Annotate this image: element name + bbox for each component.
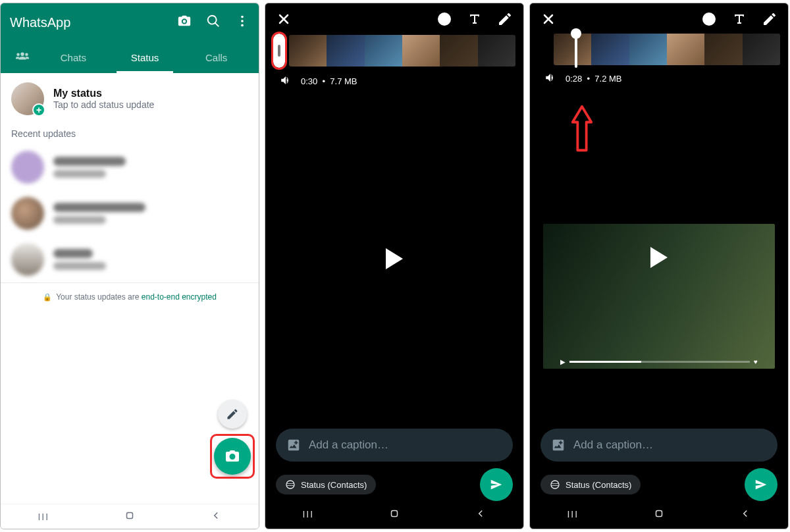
encryption-link[interactable]: end-to-end encrypted: [142, 292, 217, 302]
system-nav-bar: III: [265, 502, 523, 526]
whatsapp-status-screen: WhatsApp Chats Status Calls: [0, 3, 259, 529]
status-update-row[interactable]: [1, 236, 259, 282]
trim-start-handle[interactable]: [575, 31, 577, 68]
svg-point-1: [241, 20, 244, 22]
video-preview[interactable]: [265, 88, 523, 429]
lock-icon: 🔒: [43, 293, 52, 302]
status-video-editor: 0:30 • 7.7 MB Add a caption… Status (Con…: [265, 3, 524, 529]
my-status-subtitle: Tap to add status update: [53, 99, 154, 110]
system-nav-bar: III: [1, 504, 259, 529]
system-nav-bar: III: [530, 502, 788, 526]
svg-point-2: [241, 24, 244, 27]
nav-back-icon[interactable]: [475, 508, 487, 521]
video-size: 7.2 MB: [594, 74, 621, 84]
nav-home-icon[interactable]: [653, 508, 665, 521]
status-audience-chip[interactable]: Status (Contacts): [540, 475, 641, 494]
status-update-row[interactable]: [1, 144, 259, 190]
mini-heart-icon[interactable]: ♥: [754, 358, 758, 365]
video-info: 0:30 • 7.7 MB: [265, 70, 523, 88]
video-frame-preview: ▶ ♥: [543, 224, 775, 369]
svg-rect-11: [656, 510, 662, 516]
close-icon[interactable]: [276, 11, 292, 30]
caption-input[interactable]: Add a caption…: [540, 429, 777, 462]
play-icon[interactable]: [386, 248, 403, 269]
volume-icon[interactable]: [544, 72, 556, 86]
video-filmstrip[interactable]: [554, 34, 780, 65]
tab-chats[interactable]: Chats: [38, 41, 109, 73]
tab-status[interactable]: Status: [109, 41, 181, 73]
status-audience-chip[interactable]: Status (Contacts): [276, 475, 376, 494]
video-size: 7.7 MB: [330, 76, 357, 86]
caption-placeholder: Add a caption…: [573, 439, 653, 452]
emoji-icon[interactable]: [436, 11, 452, 30]
send-button[interactable]: [745, 468, 777, 501]
svg-point-5: [442, 17, 443, 18]
svg-point-10: [710, 17, 712, 18]
draw-icon[interactable]: [762, 11, 777, 30]
camera-status-button[interactable]: [214, 438, 251, 475]
camera-icon[interactable]: [177, 14, 192, 31]
my-status-title: My status: [53, 88, 154, 99]
text-status-button[interactable]: [218, 400, 247, 429]
send-button[interactable]: [480, 468, 513, 501]
svg-point-8: [703, 13, 715, 25]
video-filmstrip[interactable]: [289, 35, 515, 66]
svg-point-6: [446, 17, 447, 18]
app-header: WhatsApp Chats Status Calls: [1, 3, 259, 73]
svg-point-9: [706, 17, 708, 18]
emoji-icon[interactable]: [701, 11, 717, 30]
close-icon[interactable]: [540, 11, 556, 30]
encryption-note: 🔒 Your status updates are end-to-end enc…: [1, 282, 259, 311]
text-icon[interactable]: [731, 11, 747, 30]
svg-point-0: [241, 16, 244, 18]
status-body: + My status Tap to add status update Rec…: [1, 73, 259, 504]
communities-tab-icon[interactable]: [7, 49, 38, 66]
caption-input[interactable]: Add a caption…: [276, 429, 513, 462]
tab-calls[interactable]: Calls: [180, 41, 252, 73]
add-status-plus-icon: +: [32, 103, 45, 117]
nav-home-icon[interactable]: [124, 510, 136, 523]
nav-home-icon[interactable]: [388, 508, 400, 521]
nav-recents-icon[interactable]: III: [38, 512, 49, 522]
draw-icon[interactable]: [497, 11, 513, 30]
video-info: 0:28 • 7.2 MB: [530, 68, 788, 86]
nav-back-icon[interactable]: [739, 508, 751, 521]
my-status-row[interactable]: + My status Tap to add status update: [1, 73, 259, 124]
video-duration: 0:30: [301, 76, 317, 86]
more-icon[interactable]: [235, 14, 250, 31]
text-icon[interactable]: [467, 11, 483, 30]
status-update-row[interactable]: [1, 190, 259, 236]
nav-back-icon[interactable]: [210, 510, 222, 523]
svg-point-4: [438, 13, 450, 25]
play-icon[interactable]: [650, 247, 668, 268]
caption-placeholder: Add a caption…: [309, 439, 388, 452]
search-icon[interactable]: [206, 14, 221, 31]
status-video-editor-trimmed: 0:28 • 7.2 MB ▶ ♥ Add a caption… Status …: [529, 3, 789, 529]
add-image-icon[interactable]: [286, 438, 301, 452]
nav-recents-icon[interactable]: III: [567, 509, 579, 519]
svg-rect-3: [126, 513, 132, 519]
mini-play-icon[interactable]: ▶: [560, 358, 566, 365]
volume-icon[interactable]: [280, 74, 292, 88]
recent-updates-header: Recent updates: [1, 124, 259, 144]
app-title: WhatsApp: [10, 15, 177, 30]
add-image-icon[interactable]: [551, 438, 566, 452]
video-preview[interactable]: ▶ ♥: [530, 86, 788, 429]
svg-rect-7: [391, 510, 397, 516]
trim-start-handle[interactable]: [273, 34, 285, 68]
nav-recents-icon[interactable]: III: [302, 509, 314, 519]
video-duration: 0:28: [566, 74, 582, 84]
